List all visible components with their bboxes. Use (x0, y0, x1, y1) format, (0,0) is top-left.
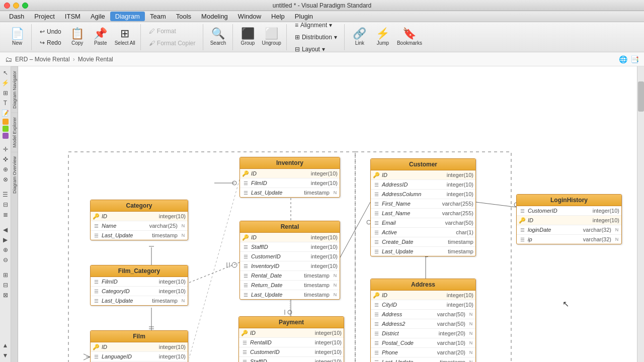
sidebar-crosshair4[interactable]: ⊗ (1, 175, 10, 184)
sidebar-color2[interactable] (3, 126, 9, 132)
alignment-icon: ≡ (295, 22, 298, 29)
row-icon: ☰ (373, 339, 380, 346)
menu-diagram[interactable]: Diagram (110, 12, 145, 21)
vertical-scrollbar[interactable] (637, 66, 644, 362)
toolbar: 📄 New ↩ Undo ↪ Redo 📋 Copy 📌 Paste ⊞ Sel… (0, 22, 644, 52)
table-loginhistory-header: LoginHistory (517, 195, 621, 206)
table-inventory[interactable]: Inventory 🔑 ID integer(10) ☰ FilmID inte… (239, 157, 340, 198)
minimize-button[interactable] (13, 3, 19, 9)
sidebar-note-tool[interactable]: 📝 (1, 109, 10, 118)
search-button[interactable]: 🔍 Search (207, 25, 229, 49)
ungroup-button[interactable]: ⬜ Ungroup (260, 25, 283, 49)
paste-button[interactable]: 📌 Paste (90, 25, 112, 49)
sidebar-connect-tool[interactable]: ⚡ (1, 78, 10, 87)
undo-button[interactable]: ↩ Undo (36, 26, 65, 37)
alignment-button[interactable]: ≡ Alignment ▾ (291, 20, 341, 31)
panel-diagram-navigator[interactable]: Diagram Navigator (11, 66, 18, 113)
sidebar-color3[interactable] (3, 133, 9, 139)
breadcrumb-sep: › (73, 56, 75, 63)
maximize-button[interactable] (22, 3, 28, 9)
sidebar-bottom2[interactable]: ▼ (1, 351, 10, 360)
table-row: ☰ InventoryID integer(10) (240, 261, 340, 271)
table-customer[interactable]: Customer 🔑 ID integer(10) ☰ AddressID in… (370, 158, 476, 256)
group-label: Group (241, 40, 255, 46)
bookmarks-button[interactable]: 🔖 Bookmarks (395, 25, 424, 49)
copy-button[interactable]: 📋 Copy (66, 25, 89, 49)
svg-line-33 (84, 357, 90, 360)
table-row: ☰ Return_Date timestamp N (240, 281, 340, 290)
sidebar-diagram2[interactable]: ⊟ (1, 281, 10, 290)
sidebar-nav4[interactable]: ⊖ (1, 255, 10, 264)
table-payment[interactable]: Payment 🔑 ID integer(10) ☰ RentalID inte… (238, 316, 344, 362)
sidebar-list3[interactable]: ≣ (1, 210, 10, 219)
table-rental[interactable]: Rental 🔑 ID integer(10) ☰ StaffID intege… (239, 221, 340, 300)
redo-button[interactable]: ↪ Redo (36, 37, 65, 48)
scrollbar-thumb[interactable] (638, 81, 644, 112)
table-row: ☰ Postal_Code varchar(10) N (371, 338, 475, 348)
row-icon: ☰ (242, 253, 249, 260)
close-button[interactable] (4, 3, 10, 9)
sidebar-diagram1[interactable]: ⊞ (1, 270, 10, 280)
format-copier-button[interactable]: 🖌 Format Copier (145, 38, 200, 49)
jump-button[interactable]: ⚡ Jump (372, 25, 394, 49)
table-category[interactable]: Category 🔑 ID integer(10) ☰ Name varchar… (90, 200, 188, 240)
panel-model-explorer[interactable]: Model Explorer (11, 113, 18, 152)
row-icon: ☰ (93, 297, 100, 304)
key-icon: 🔑 (242, 234, 249, 241)
sidebar-nav1[interactable]: ◀ (1, 225, 10, 234)
redo-label: Redo (47, 39, 61, 46)
link-button[interactable]: 🔗 Link (349, 25, 371, 49)
menu-help[interactable]: Help (266, 12, 290, 21)
toolbar-group-format: 🖊 Format 🖌 Format Copier (142, 24, 203, 50)
menu-tools[interactable]: Tools (171, 12, 196, 21)
sidebar-bottom1[interactable]: ▲ (1, 341, 10, 350)
menu-window[interactable]: Window (233, 12, 266, 21)
table-row: ☰ ip varchar(32) N (517, 235, 621, 244)
layout-button[interactable]: ⊟ Layout ▾ (291, 44, 341, 55)
menu-dash[interactable]: Dash (4, 12, 29, 21)
layout-icon: ⊟ (295, 46, 300, 53)
table-row: ☰ Active char(1) (371, 228, 475, 237)
sidebar-diagram3[interactable]: ⊠ (1, 291, 10, 300)
sidebar-crosshair2[interactable]: ✜ (1, 155, 10, 164)
table-film-category[interactable]: Film_Category ☰ FilmID integer(10) ☰ Cat… (90, 265, 188, 306)
breadcrumb-icon1[interactable]: 🌐 (619, 55, 627, 63)
format-button[interactable]: 🖊 Format (145, 26, 200, 37)
sidebar-crosshair3[interactable]: ⊕ (1, 165, 10, 174)
table-address[interactable]: Address 🔑 ID integer(10) ☰ CityID intege… (370, 279, 476, 362)
sidebar-text-tool[interactable]: T (1, 99, 10, 108)
table-row: 🔑 ID integer(10) (239, 328, 344, 338)
sidebar-list1[interactable]: ☰ (1, 190, 10, 199)
diagram-canvas[interactable]: Inventory 🔑 ID integer(10) ☰ FilmID inte… (18, 66, 644, 362)
panel-diagram-overview[interactable]: Diagram Overview (11, 152, 18, 198)
sidebar-list2[interactable]: ⊟ (1, 200, 10, 209)
breadcrumb-erd[interactable]: ERD – Movie Rental (15, 56, 70, 63)
paste-label: Paste (94, 40, 107, 46)
table-loginhistory[interactable]: LoginHistory ☰ CustomerID integer(10) 🔑 … (516, 194, 622, 244)
sidebar-nav2[interactable]: ▶ (1, 235, 10, 244)
menu-modeling[interactable]: Modeling (196, 12, 233, 21)
select-all-button[interactable]: ⊞ Select All (113, 25, 137, 49)
traffic-lights (4, 3, 28, 9)
distribution-button[interactable]: ⊞ Distribution ▾ (291, 32, 341, 43)
new-button[interactable]: 📄 New (6, 25, 28, 49)
table-row: ☰ First_Name varchar(255) (371, 199, 475, 209)
key-icon: 🔑 (93, 213, 100, 220)
sidebar-cursor-tool[interactable]: ↖ (1, 68, 10, 77)
breadcrumb-icon2[interactable]: 📑 (630, 55, 639, 63)
menu-project[interactable]: Project (29, 12, 59, 21)
layout-dropdown-icon: ▾ (322, 46, 325, 53)
menu-team[interactable]: Team (145, 12, 171, 21)
group-button[interactable]: ⬛ Group (237, 25, 259, 49)
breadcrumb-movie-rental[interactable]: Movie Rental (78, 56, 113, 63)
sidebar-nav3[interactable]: ⊕ (1, 245, 10, 254)
sidebar-crosshair1[interactable]: ✛ (1, 145, 10, 154)
sidebar-shape-tool[interactable]: ⊞ (1, 88, 10, 98)
menu-agile[interactable]: Agile (86, 12, 110, 21)
window-title: untitled * - Visual Paradigm Standard (273, 2, 372, 9)
key-icon: 🔑 (373, 171, 380, 178)
table-film[interactable]: Film 🔑 ID integer(10) ☰ LanguageID integ… (90, 330, 188, 362)
menu-itsm[interactable]: ITSM (60, 12, 86, 21)
sidebar-color1[interactable] (3, 119, 9, 125)
alignment-label: Alignment (300, 22, 327, 29)
